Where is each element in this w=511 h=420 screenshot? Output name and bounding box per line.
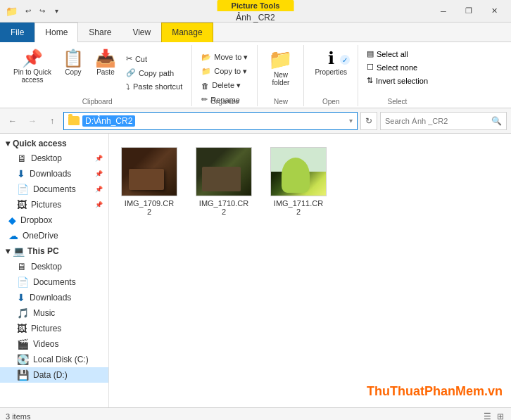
new-folder-icon: 📁 — [268, 50, 293, 70]
up-button[interactable]: ↑ — [44, 113, 61, 129]
sidebar-item-desktop-quick[interactable]: 🖥 Desktop 📌 — [0, 151, 108, 166]
sidebar-item-music-pc[interactable]: 🎵 Music — [0, 305, 108, 321]
content-area: IMG_1709.CR2 IMG_1710.CR2 — [109, 134, 511, 407]
select-all-icon: ▤ — [367, 49, 374, 58]
address-dropdown-arrow[interactable]: ▾ — [349, 117, 353, 125]
sidebar-item-data-d[interactable]: 💾 Data (D:) — [0, 367, 108, 383]
new-folder-button[interactable]: 📁 Newfolder — [263, 48, 298, 89]
window-title: Ảnh _CR2 — [236, 13, 275, 23]
ribbon-group-organize: 📂 Move to ▾ 📁 Copy to ▾ 🗑 Delete ▾ ✏ Ren… — [192, 45, 258, 106]
file-item-1[interactable]: IMG_1709.CR2 — [118, 142, 181, 221]
delete-button[interactable]: 🗑 Delete ▾ — [198, 79, 251, 92]
select-all-label: Select all — [377, 50, 408, 58]
sidebar-item-videos-pc[interactable]: 🎬 Videos — [0, 336, 108, 352]
copy-button[interactable]: 📋 Copy — [58, 48, 89, 78]
address-highlight: D:\Ảnh_CR2 — [82, 115, 135, 127]
sidebar: ▾ Quick access 🖥 Desktop 📌 ⬇ Downloads 📌… — [0, 134, 109, 407]
this-pc-header[interactable]: ▾ 💻 This PC — [0, 243, 108, 259]
tab-manage[interactable]: Manage — [161, 23, 213, 42]
thumb-inner-3 — [271, 148, 326, 196]
sidebar-item-downloads-pc[interactable]: ⬇ Downloads — [0, 290, 108, 305]
refresh-button[interactable]: ↻ — [360, 112, 377, 130]
sidebar-music-pc-label: Music — [33, 308, 55, 318]
quick-access-toolbar: 📁 ↩ ↪ ▾ — [6, 5, 63, 18]
address-input[interactable]: D:\Ảnh_CR2 ▾ — [63, 112, 358, 130]
tab-share[interactable]: Share — [78, 23, 122, 42]
properties-button[interactable]: ℹ Properties ✓ — [310, 48, 352, 78]
move-to-button[interactable]: 📂 Move to ▾ — [198, 51, 251, 64]
tab-view[interactable]: View — [122, 23, 161, 42]
downloads-icon: ⬇ — [17, 168, 25, 179]
back-button[interactable]: ← — [4, 113, 21, 129]
invert-label: Invert selection — [376, 77, 428, 85]
file-item-3[interactable]: IMG_1711.CR2 — [267, 142, 330, 221]
sidebar-item-documents-quick[interactable]: 📄 Documents 📌 — [0, 182, 108, 197]
file-item-2[interactable]: IMG_1710.CR2 — [192, 142, 255, 221]
paste-button[interactable]: 📥 Paste — [90, 48, 121, 78]
sidebar-item-pictures-pc[interactable]: 🖼 Pictures — [0, 321, 108, 336]
sidebar-documents-quick-label: Documents — [33, 184, 76, 194]
minimize-button[interactable]: ─ — [432, 4, 455, 18]
picture-tools-label: Picture Tools — [217, 0, 294, 11]
restore-button[interactable]: ❐ — [458, 4, 480, 18]
qat-redo[interactable]: ↪ — [36, 5, 49, 18]
properties-label: Properties — [315, 68, 347, 76]
sidebar-item-desktop-pc[interactable]: 🖥 Desktop — [0, 259, 108, 274]
list-view-button[interactable]: ☰ — [482, 410, 493, 421]
sidebar-item-local-disk-c[interactable]: 💽 Local Disk (C:) — [0, 352, 108, 367]
search-icon: 🔍 — [491, 116, 502, 126]
this-pc-icon: 💻 — [13, 246, 25, 257]
sidebar-item-downloads-quick[interactable]: ⬇ Downloads 📌 — [0, 166, 108, 182]
copy-to-label: Copy to ▾ — [214, 67, 247, 76]
sidebar-item-documents-pc[interactable]: 📄 Documents — [0, 274, 108, 290]
cut-label: Cut — [135, 55, 147, 63]
forward-button[interactable]: → — [24, 113, 41, 129]
watermark-part1: ThuThuat — [367, 384, 424, 398]
search-box[interactable]: 🔍 — [380, 112, 507, 130]
copy-path-button[interactable]: 🔗 Copy path — [122, 66, 186, 79]
files-grid: IMG_1709.CR2 IMG_1710.CR2 — [118, 142, 503, 221]
tab-home[interactable]: Home — [34, 23, 78, 42]
address-bar: ← → ↑ D:\Ảnh_CR2 ▾ ↻ 🔍 — [0, 108, 511, 134]
sidebar-onedrive-label: OneDrive — [23, 231, 58, 241]
sidebar-local-disk-c-label: Local Disk (C:) — [33, 355, 89, 364]
close-button[interactable]: ✕ — [483, 4, 505, 18]
copy-path-label: Copy path — [139, 69, 174, 77]
select-all-button[interactable]: ▤ Select all — [364, 48, 431, 60]
ribbon-tab-bar: File Home Share View Manage — [0, 23, 511, 42]
qat-undo[interactable]: ↩ — [22, 5, 34, 18]
select-none-button[interactable]: ☐ Select none — [364, 61, 431, 73]
clipboard-buttons: 📌 Pin to Quickaccess 📋 Copy 📥 Paste ✂ — [8, 45, 186, 106]
copy-to-button[interactable]: 📁 Copy to ▾ — [198, 65, 251, 78]
search-input[interactable] — [385, 117, 491, 125]
quick-access-header[interactable]: ▾ Quick access — [0, 136, 108, 151]
pin-icon: 📌 — [22, 50, 43, 67]
thumb-object-1 — [129, 169, 164, 190]
pin-to-quick-access-button[interactable]: 📌 Pin to Quickaccess — [8, 48, 56, 86]
downloads-pc-icon: ⬇ — [17, 292, 25, 303]
cut-icon: ✂ — [126, 54, 132, 63]
sidebar-item-pictures-quick[interactable]: 🖼 Pictures 📌 — [0, 197, 108, 212]
desktop-icon: 🖥 — [17, 153, 27, 164]
paste-shortcut-button[interactable]: ⤵ Paste shortcut — [122, 80, 186, 93]
qat-customize[interactable]: ▾ — [50, 5, 63, 18]
file-thumbnail-2 — [196, 147, 252, 196]
watermark-part3: .vn — [484, 384, 503, 398]
sidebar-item-onedrive[interactable]: ☁ OneDrive — [0, 228, 108, 243]
grid-view-button[interactable]: ⊞ — [496, 410, 505, 421]
pin-badge4: 📌 — [95, 201, 103, 208]
sidebar-videos-pc-label: Videos — [33, 339, 58, 349]
file-name-3: IMG_1711.CR2 — [272, 199, 325, 216]
clipboard-label: Clipboard — [3, 98, 191, 106]
open-label: Open — [304, 98, 358, 106]
dropbox-icon: ◆ — [8, 215, 16, 226]
quick-access-chevron: ▾ — [6, 139, 10, 148]
videos-icon: 🎬 — [17, 338, 29, 350]
select-buttons: ▤ Select all ☐ Select none ⇅ Invert sele… — [364, 45, 431, 87]
status-bar: 3 items ☰ ⊞ — [0, 407, 511, 420]
sidebar-item-dropbox[interactable]: ◆ Dropbox — [0, 212, 108, 228]
cut-button[interactable]: ✂ Cut — [122, 52, 186, 65]
tab-file[interactable]: File — [0, 23, 34, 42]
invert-selection-button[interactable]: ⇅ Invert selection — [364, 75, 431, 87]
copy-path-icon: 🔗 — [126, 68, 136, 77]
